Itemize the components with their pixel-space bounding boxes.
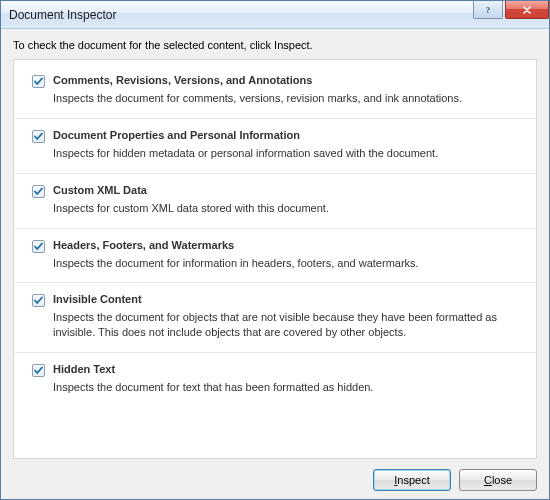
inspection-item: Headers, Footers, and Watermarks Inspect… bbox=[14, 229, 536, 284]
item-title: Custom XML Data bbox=[53, 184, 147, 196]
close-icon bbox=[521, 5, 533, 15]
item-desc: Inspects the document for text that has … bbox=[53, 380, 518, 395]
dialog-title: Document Inspector bbox=[9, 8, 471, 22]
item-title: Document Properties and Personal Informa… bbox=[53, 129, 300, 141]
item-desc: Inspects the document for objects that a… bbox=[53, 310, 518, 340]
inspection-item: Custom XML Data Inspects for custom XML … bbox=[14, 174, 536, 229]
item-desc: Inspects for hidden metadata or personal… bbox=[53, 146, 518, 161]
checkmark-icon bbox=[33, 295, 44, 306]
help-button[interactable]: ? bbox=[473, 1, 503, 19]
inspection-item: Comments, Revisions, Versions, and Annot… bbox=[14, 64, 536, 119]
item-desc: Inspects the document for comments, vers… bbox=[53, 91, 518, 106]
dialog-window: Document Inspector ? To check the docume… bbox=[0, 0, 550, 500]
dialog-footer: Inspect Close bbox=[13, 459, 537, 491]
button-label: Close bbox=[484, 474, 512, 486]
checkmark-icon bbox=[33, 131, 44, 142]
titlebar-buttons: ? bbox=[471, 1, 549, 28]
item-title: Invisible Content bbox=[53, 293, 142, 305]
inspection-item: Invisible Content Inspects the document … bbox=[14, 283, 536, 353]
checkbox-hiddentext[interactable] bbox=[32, 364, 45, 377]
inspection-item: Document Properties and Personal Informa… bbox=[14, 119, 536, 174]
checkbox-customxml[interactable] bbox=[32, 185, 45, 198]
item-desc: Inspects the document for information in… bbox=[53, 256, 518, 271]
item-title: Headers, Footers, and Watermarks bbox=[53, 239, 234, 251]
close-window-button[interactable] bbox=[505, 1, 549, 19]
checkmark-icon bbox=[33, 365, 44, 376]
inspection-panel: Comments, Revisions, Versions, and Annot… bbox=[13, 59, 537, 459]
svg-text:?: ? bbox=[486, 5, 491, 15]
help-icon: ? bbox=[483, 5, 493, 15]
item-desc: Inspects for custom XML data stored with… bbox=[53, 201, 518, 216]
checkbox-headers[interactable] bbox=[32, 240, 45, 253]
checkbox-docprops[interactable] bbox=[32, 130, 45, 143]
checkmark-icon bbox=[33, 76, 44, 87]
titlebar: Document Inspector ? bbox=[1, 1, 549, 29]
checkbox-comments[interactable] bbox=[32, 75, 45, 88]
button-label: Inspect bbox=[394, 474, 429, 486]
checkmark-icon bbox=[33, 186, 44, 197]
intro-text: To check the document for the selected c… bbox=[13, 39, 537, 51]
inspect-button[interactable]: Inspect bbox=[373, 469, 451, 491]
dialog-content: To check the document for the selected c… bbox=[1, 29, 549, 499]
close-button[interactable]: Close bbox=[459, 469, 537, 491]
item-title: Hidden Text bbox=[53, 363, 115, 375]
item-title: Comments, Revisions, Versions, and Annot… bbox=[53, 74, 312, 86]
inspection-item: Hidden Text Inspects the document for te… bbox=[14, 353, 536, 407]
checkbox-invisible[interactable] bbox=[32, 294, 45, 307]
checkmark-icon bbox=[33, 241, 44, 252]
